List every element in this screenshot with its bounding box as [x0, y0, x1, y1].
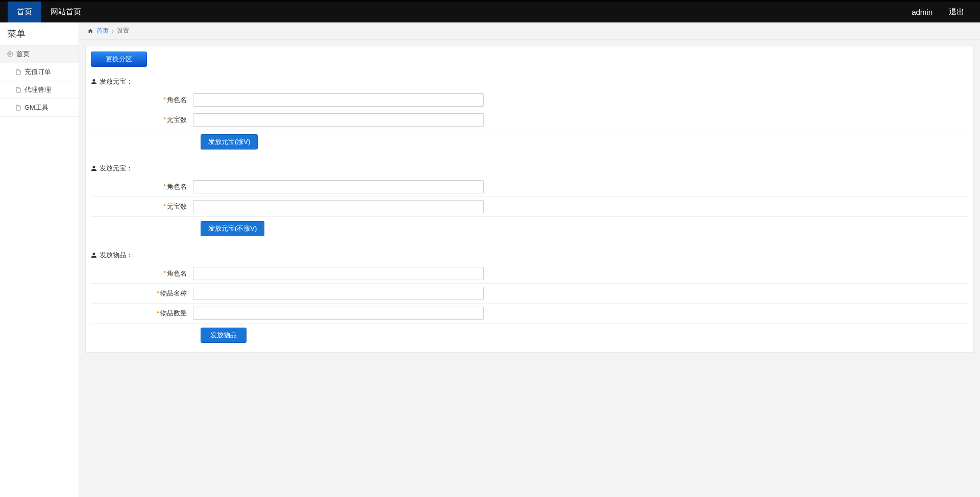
home-icon [87, 28, 93, 34]
file-icon [15, 69, 21, 75]
content: 首页 › 设置 更换分区 发放元宝： *角色名 [79, 22, 980, 497]
breadcrumb-home-link[interactable]: 首页 [96, 27, 109, 35]
form-row: *物品名称 [91, 284, 968, 304]
sidebar-item-home[interactable]: 首页 [0, 45, 79, 63]
input-yuanbao-2[interactable] [193, 200, 484, 213]
panel-wrap: 更换分区 发放元宝： *角色名 *元宝数 [79, 40, 980, 497]
sidebar-item-label: 代理管理 [24, 85, 51, 94]
panel: 更换分区 发放元宝： *角色名 *元宝数 [85, 46, 974, 353]
form-row: *角色名 [91, 90, 968, 110]
sidebar: 菜单 首页 充值订单 代理管理 GM工具 [0, 22, 79, 497]
section-issue-item: 发放物品： *角色名 *物品名称 *物品数量 [91, 251, 968, 347]
form-label-yuanbao-count: *元宝数 [91, 202, 193, 211]
form-row: *角色名 [91, 264, 968, 284]
breadcrumb-separator: › [112, 28, 114, 35]
section-title: 发放元宝： [91, 164, 968, 173]
section-title: 发放元宝： [91, 77, 968, 86]
form-row: *元宝数 [91, 110, 968, 130]
sidebar-item-recharge[interactable]: 充值订单 [0, 63, 79, 81]
change-zone-button[interactable]: 更换分区 [91, 52, 147, 67]
issue-yuanbao-novip-button[interactable]: 发放元宝(不涨V) [201, 221, 264, 236]
input-yuanbao-1[interactable] [193, 113, 484, 127]
gear-icon [7, 51, 13, 57]
section-issue-yuanbao-novip: 发放元宝： *角色名 *元宝数 发放元宝(不涨V) [91, 164, 968, 240]
section-title: 发放物品： [91, 251, 968, 260]
form-label-item-qty: *物品数量 [91, 309, 193, 318]
sidebar-item-label: GM工具 [24, 103, 48, 112]
issue-yuanbao-vip-button[interactable]: 发放元宝(涨V) [201, 134, 258, 150]
user-icon [91, 79, 97, 85]
sidebar-item-agent[interactable]: 代理管理 [0, 81, 79, 99]
input-item-name[interactable] [193, 287, 484, 300]
input-rolename-1[interactable] [193, 93, 484, 107]
file-icon [15, 105, 21, 111]
form-label-rolename: *角色名 [91, 182, 193, 191]
layout: 菜单 首页 充值订单 代理管理 GM工具 [0, 22, 980, 497]
user-icon [91, 252, 97, 258]
sidebar-item-gm-tools[interactable]: GM工具 [0, 99, 79, 117]
form-row: *角色名 [91, 177, 968, 197]
form-label-rolename: *角色名 [91, 95, 193, 105]
input-rolename-2[interactable] [193, 180, 484, 193]
action-row: 发放物品 [91, 324, 968, 347]
svg-point-0 [10, 54, 11, 55]
topbar-right: admin 退出 [903, 2, 972, 22]
input-rolename-3[interactable] [193, 267, 484, 280]
file-icon [15, 87, 21, 93]
action-row: 发放元宝(涨V) [91, 130, 968, 154]
form-label-item-name: *物品名称 [91, 289, 193, 298]
form-row: *物品数量 [91, 304, 968, 324]
form-label-yuanbao-count: *元宝数 [91, 115, 193, 125]
section-title-text: 发放元宝： [100, 164, 133, 173]
form-row: *元宝数 [91, 197, 968, 217]
user-icon [91, 165, 97, 171]
sidebar-item-label: 首页 [16, 49, 30, 59]
issue-item-button[interactable]: 发放物品 [201, 328, 247, 343]
topbar: 首页 网站首页 admin 退出 [0, 0, 980, 22]
section-title-text: 发放元宝： [100, 77, 133, 86]
section-title-text: 发放物品： [100, 251, 133, 260]
input-item-qty[interactable] [193, 307, 484, 320]
section-issue-yuanbao-vip: 发放元宝： *角色名 *元宝数 发放元宝(涨V) [91, 77, 968, 154]
action-row: 发放元宝(不涨V) [91, 217, 968, 240]
nav-home[interactable]: 首页 [8, 2, 41, 22]
breadcrumb-current: 设置 [117, 27, 129, 35]
breadcrumb: 首页 › 设置 [79, 22, 980, 40]
logout-link[interactable]: 退出 [941, 7, 972, 17]
form-label-rolename: *角色名 [91, 269, 193, 278]
sidebar-item-label: 充值订单 [24, 67, 51, 77]
user-label[interactable]: admin [903, 8, 941, 16]
sidebar-title: 菜单 [0, 22, 79, 45]
topbar-left: 首页 网站首页 [8, 2, 90, 22]
nav-site-home[interactable]: 网站首页 [41, 2, 90, 22]
